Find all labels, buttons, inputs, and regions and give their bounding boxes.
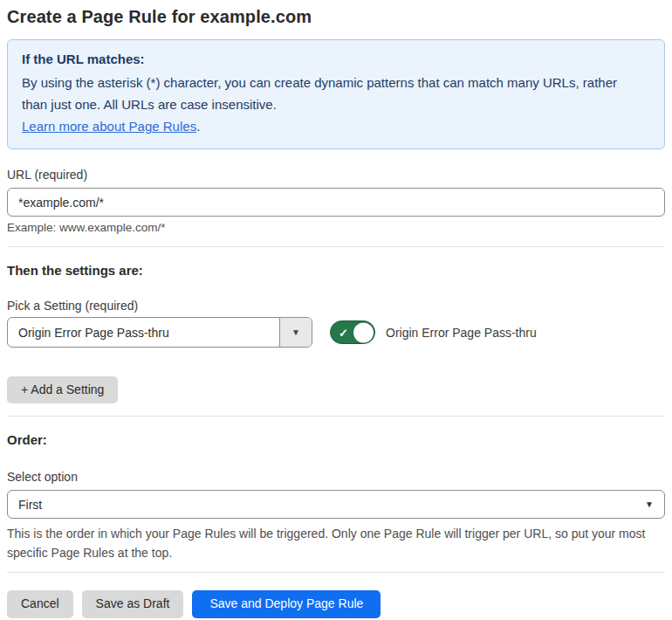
save-as-draft-button[interactable]: Save as Draft [82, 590, 184, 617]
divider [7, 572, 665, 573]
setting-dropdown-caret-button[interactable]: ▼ [279, 318, 312, 347]
url-example-helper: Example: www.example.com/* [7, 221, 665, 234]
divider [7, 246, 665, 247]
add-setting-button[interactable]: + Add a Setting [7, 376, 118, 403]
setting-dropdown[interactable]: Origin Error Page Pass-thru ▼ [7, 317, 312, 348]
order-section-heading: Order: [7, 432, 665, 447]
info-box-heading: If the URL matches: [22, 52, 650, 66]
setting-row: Origin Error Page Pass-thru ▼ ✓ Origin E… [7, 317, 665, 348]
check-icon: ✓ [339, 327, 348, 338]
setting-dropdown-value: Origin Error Page Pass-thru [8, 318, 279, 347]
order-helper-text: This is the order in which your Page Rul… [7, 524, 657, 562]
order-select-value: First [18, 498, 645, 512]
info-box-body: By using the asterisk (*) character, you… [22, 72, 633, 115]
save-and-deploy-button[interactable]: Save and Deploy Page Rule [192, 590, 381, 617]
cancel-button[interactable]: Cancel [7, 590, 73, 617]
caret-down-icon: ▼ [645, 499, 654, 509]
link-suffix: . [196, 119, 200, 134]
url-input[interactable] [7, 188, 665, 217]
order-select[interactable]: First ▼ [7, 490, 665, 519]
toggle-label: Origin Error Page Pass-thru [386, 326, 537, 340]
setting-toggle[interactable]: ✓ [330, 320, 375, 344]
footer-actions: Cancel Save as Draft Save and Deploy Pag… [7, 590, 665, 617]
url-field-label: URL (required) [7, 168, 665, 182]
divider [7, 416, 665, 417]
learn-more-link[interactable]: Learn more about Page Rules [22, 119, 196, 134]
caret-down-icon: ▼ [291, 327, 300, 337]
pick-setting-label: Pick a Setting (required) [7, 299, 665, 313]
info-box-link-line: Learn more about Page Rules. [22, 115, 650, 138]
page-title: Create a Page Rule for example.com [7, 7, 665, 27]
url-match-info-box: If the URL matches: By using the asteris… [7, 39, 665, 149]
toggle-wrap: ✓ Origin Error Page Pass-thru [330, 320, 537, 344]
select-option-label: Select option [7, 470, 665, 484]
settings-section-heading: Then the settings are: [7, 263, 665, 278]
toggle-knob [353, 322, 374, 342]
